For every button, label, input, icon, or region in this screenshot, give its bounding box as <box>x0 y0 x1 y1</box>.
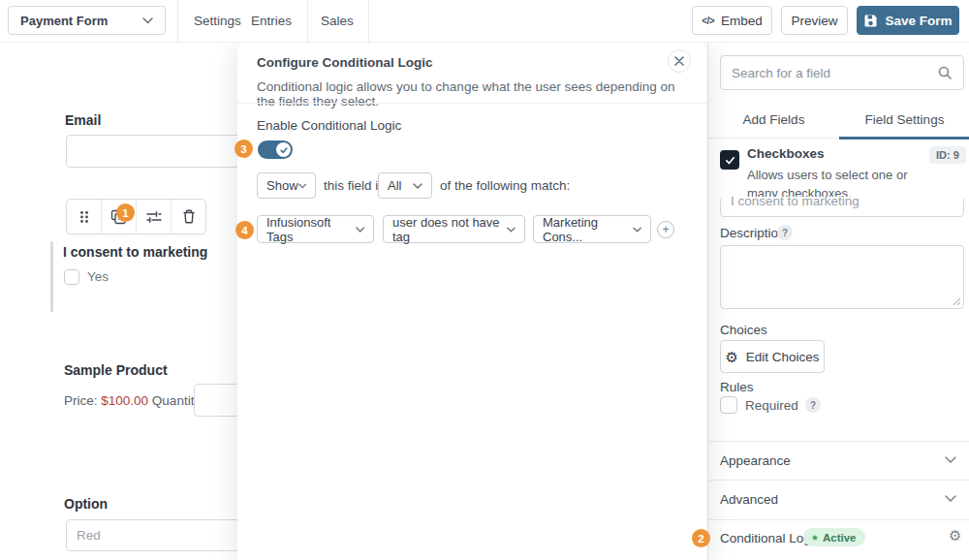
sidebar-tabs: Add Fields Field Settings <box>708 102 969 139</box>
field-search-input[interactable] <box>732 66 937 80</box>
toggle-knob <box>276 142 291 157</box>
toolbar-divider <box>368 0 369 43</box>
option-field-label: Option <box>64 496 108 512</box>
tab-entries[interactable]: Entries <box>251 0 292 43</box>
preview-button-label: Preview <box>791 14 837 28</box>
field-label-input-clipped[interactable]: I consent to marketing <box>720 197 964 218</box>
product-price-row: Price: $100.00 Quantity: <box>64 393 204 408</box>
divider <box>708 519 969 520</box>
drag-handle-icon[interactable] <box>67 200 102 233</box>
form-selector-dropdown[interactable]: Payment Form <box>8 6 166 35</box>
modal-close-button[interactable] <box>668 49 691 73</box>
preview-button[interactable]: Preview <box>781 6 848 35</box>
choices-label: Choices <box>720 323 767 337</box>
appearance-label: Appearance <box>720 453 791 468</box>
rule-suffix-text: of the following match: <box>440 178 570 193</box>
match-type-value: All <box>388 178 401 193</box>
match-type-select[interactable]: All <box>378 172 432 199</box>
conditional-logic-gear-icon[interactable]: ⚙ <box>949 528 961 543</box>
chevron-down-icon <box>356 227 364 233</box>
tab-field-settings[interactable]: Field Settings <box>839 102 969 138</box>
description-textarea[interactable] <box>720 245 964 309</box>
action-select-value: Show <box>266 178 298 193</box>
field-options-sliders-icon[interactable] <box>137 200 172 233</box>
check-icon <box>725 155 735 166</box>
field-type-title: Checkboxes <box>747 146 825 161</box>
tab-add-fields[interactable]: Add Fields <box>708 102 839 138</box>
checkboxes-field-type-icon <box>720 150 739 170</box>
description-help-icon[interactable]: ? <box>777 225 793 240</box>
add-condition-button[interactable]: + <box>657 221 674 238</box>
chevron-down-icon <box>507 227 516 233</box>
enable-conditional-logic-label: Enable Conditional Logic <box>257 118 401 133</box>
condition-field-select[interactable]: Infusionsoft Tags <box>257 215 374 243</box>
consent-yes-label: Yes <box>87 269 109 284</box>
email-field-label: Email <box>65 112 101 128</box>
annotation-marker-1: 1 <box>116 203 135 222</box>
conditional-logic-active-badge: Active <box>803 528 865 546</box>
chevron-down-icon <box>945 456 956 463</box>
active-badge-label: Active <box>823 532 857 544</box>
embed-button[interactable]: </> Embed <box>692 6 772 35</box>
active-dot <box>812 535 818 541</box>
conditional-logic-modal: Configure Conditional Logic Conditional … <box>237 43 707 560</box>
section-advanced[interactable]: Advanced <box>708 481 969 519</box>
enable-conditional-logic-toggle[interactable] <box>258 140 293 159</box>
delete-field-icon[interactable] <box>172 200 205 233</box>
code-icon: </> <box>702 16 714 26</box>
embed-button-label: Embed <box>721 14 763 28</box>
required-checkbox[interactable] <box>720 396 737 414</box>
chevron-down-icon <box>142 17 153 24</box>
rules-label: Rules <box>720 380 754 394</box>
top-toolbar: Payment Form Settings Entries Sales </> … <box>0 0 969 43</box>
save-button-label: Save Form <box>885 14 952 28</box>
edit-choices-label: Edit Choices <box>746 350 820 364</box>
resize-handle-icon <box>953 297 961 306</box>
tab-sales[interactable]: Sales <box>321 0 354 43</box>
condition-field-value: Infusionsoft Tags <box>266 215 356 244</box>
form-selector-label: Payment Form <box>20 14 108 28</box>
chevron-down-icon <box>298 183 306 189</box>
modal-title: Configure Conditional Logic <box>257 55 432 70</box>
condition-operator-select[interactable]: user does not have tag <box>383 215 525 243</box>
selected-field-indicator <box>50 241 53 312</box>
condition-value-select[interactable]: Marketing Cons... <box>533 215 651 243</box>
form-builder-app: Email I consent to marketing Yes Sample … <box>0 0 969 560</box>
price-label: Price: <box>64 393 98 408</box>
divider <box>237 103 707 104</box>
price-value: $100.00 <box>101 393 148 408</box>
condition-operator-value: user does not have tag <box>392 215 507 244</box>
annotation-marker-2: 2 <box>692 529 710 547</box>
annotation-marker-4: 4 <box>235 221 254 239</box>
field-id-badge: ID: 9 <box>929 146 966 164</box>
required-help-icon[interactable]: ? <box>805 397 821 413</box>
save-floppy-icon <box>863 14 878 28</box>
close-icon <box>674 56 684 66</box>
toolbar-divider <box>307 0 308 43</box>
consent-field-label: I consent to marketing <box>63 244 207 260</box>
section-appearance[interactable]: Appearance <box>708 442 969 481</box>
toolbar-divider <box>177 0 178 43</box>
required-label: Required <box>745 398 798 413</box>
field-label-value: I consent to marketing <box>731 197 860 208</box>
field-search-box <box>720 55 964 90</box>
gear-icon: ⚙ <box>725 350 737 364</box>
chevron-down-icon <box>945 495 956 502</box>
advanced-label: Advanced <box>720 492 778 507</box>
modal-description: Conditional logic allows you to change w… <box>257 79 688 109</box>
check-icon <box>280 146 288 154</box>
field-settings-panel: Add Fields Field Settings Checkboxes ID:… <box>707 43 969 560</box>
save-form-button[interactable]: Save Form <box>857 6 959 35</box>
description-label: Description <box>720 226 786 240</box>
annotation-marker-3: 3 <box>234 140 253 158</box>
field-toolbar <box>66 199 206 234</box>
tab-settings[interactable]: Settings <box>194 0 241 43</box>
chevron-down-icon <box>413 183 422 189</box>
rule-connector-text: this field if <box>324 178 382 193</box>
search-icon <box>937 65 953 80</box>
action-select[interactable]: Show <box>257 172 316 199</box>
condition-value-value: Marketing Cons... <box>543 215 633 244</box>
chevron-down-icon <box>633 227 641 233</box>
edit-choices-button[interactable]: ⚙ Edit Choices <box>720 340 825 373</box>
consent-yes-checkbox[interactable] <box>64 269 79 285</box>
